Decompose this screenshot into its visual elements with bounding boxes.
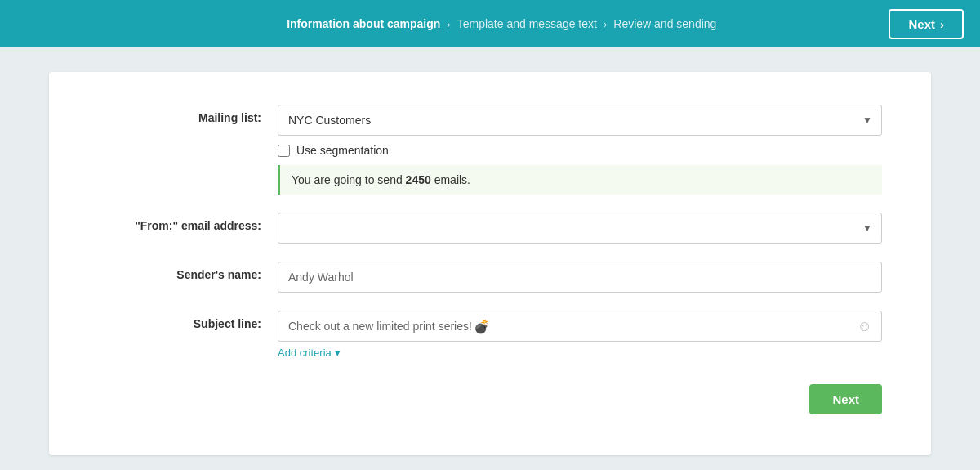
add-criteria-link[interactable]: Add criteria ▾ <box>278 347 341 359</box>
mailing-list-controls: NYC Customers All Customers VIP List ▼ U… <box>278 105 882 195</box>
subject-input-wrapper: Check out a new limited print series!💣 ☺ <box>278 311 882 342</box>
from-email-label: "From:" email address: <box>98 213 278 232</box>
breadcrumb: Information about campaign › Template an… <box>114 17 889 30</box>
main-content: Mailing list: NYC Customers All Customer… <box>0 47 980 470</box>
mailing-list-select-wrapper: NYC Customers All Customers VIP List ▼ <box>278 105 882 136</box>
subject-display[interactable]: Check out a new limited print series!💣 <box>278 311 882 342</box>
subject-text: Check out a new limited print series! <box>288 320 472 333</box>
subject-line-controls: Check out a new limited print series!💣 ☺… <box>278 311 882 360</box>
breadcrumb-arrow-2: › <box>604 18 607 30</box>
breadcrumb-step-1: Information about campaign <box>287 17 440 30</box>
subject-line-label: Subject line: <box>98 311 278 330</box>
bottom-button-row: Next <box>98 384 882 414</box>
next-button-bottom[interactable]: Next <box>809 384 882 414</box>
subject-emoji: 💣 <box>474 319 490 334</box>
sender-name-row: Sender's name: <box>98 262 882 293</box>
from-email-select[interactable] <box>278 213 882 244</box>
sender-name-label: Sender's name: <box>98 262 278 281</box>
segmentation-checkbox[interactable] <box>278 145 290 157</box>
from-email-controls: ▼ <box>278 213 882 244</box>
add-criteria-arrow-icon: ▾ <box>335 347 341 359</box>
top-navigation-bar: Information about campaign › Template an… <box>0 0 980 47</box>
sender-name-controls <box>278 262 882 293</box>
from-email-row: "From:" email address: ▼ <box>98 213 882 244</box>
breadcrumb-arrow-1: › <box>447 18 450 30</box>
breadcrumb-step-3: Review and sending <box>613 17 716 30</box>
chevron-right-icon: › <box>940 17 944 31</box>
mailing-list-label: Mailing list: <box>98 105 278 124</box>
subject-line-row: Subject line: Check out a new limited pr… <box>98 311 882 360</box>
emoji-picker-icon[interactable]: ☺ <box>858 318 872 335</box>
segmentation-row: Use segmentation <box>278 144 882 157</box>
form-card: Mailing list: NYC Customers All Customer… <box>49 72 931 455</box>
email-count-info: You are going to send 2450 emails. <box>278 165 882 195</box>
mailing-list-row: Mailing list: NYC Customers All Customer… <box>98 105 882 195</box>
breadcrumb-step-2: Template and message text <box>457 17 597 30</box>
segmentation-label: Use segmentation <box>296 144 389 157</box>
mailing-list-select[interactable]: NYC Customers All Customers VIP List <box>278 105 882 136</box>
from-email-select-wrapper: ▼ <box>278 213 882 244</box>
next-button-top[interactable]: Next › <box>889 9 964 39</box>
sender-name-input[interactable] <box>278 262 882 293</box>
